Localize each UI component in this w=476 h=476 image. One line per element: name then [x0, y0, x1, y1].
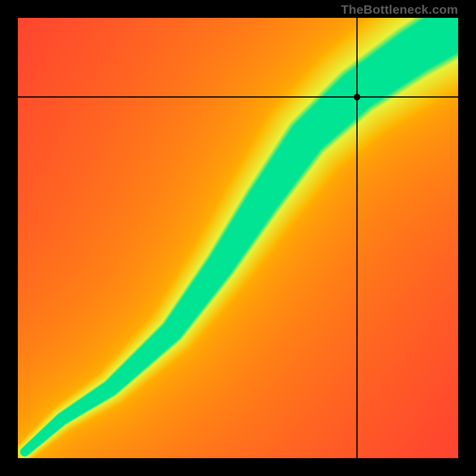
watermark-text: TheBottleneck.com: [341, 2, 458, 17]
crosshair-horizontal: [18, 96, 458, 98]
heatmap-canvas: [18, 18, 458, 458]
chart-frame: TheBottleneck.com: [0, 0, 476, 476]
marker-dot: [353, 94, 360, 101]
crosshair-vertical: [356, 18, 358, 458]
heatmap-plot: [18, 18, 458, 458]
